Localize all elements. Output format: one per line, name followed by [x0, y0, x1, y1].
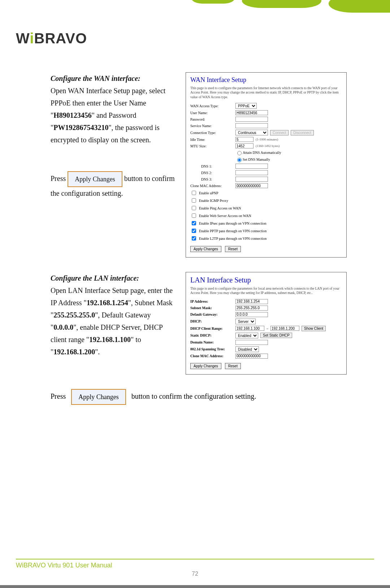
- lan-reset-button[interactable]: Reset: [225, 363, 241, 369]
- label: Password:: [190, 117, 235, 121]
- text: ".: [95, 348, 100, 356]
- label: Service Name:: [190, 124, 235, 128]
- lan-domain-input[interactable]: [235, 340, 268, 345]
- lan-span-select[interactable]: Disabled: [235, 346, 259, 352]
- lan-instruction-text: Configure the LAN interface: Open LAN In…: [51, 272, 177, 375]
- label: IP Address:: [190, 299, 235, 303]
- label: Connection Type:: [190, 131, 235, 135]
- wan-check-label: Enable Ping Access on WAN: [199, 206, 241, 210]
- label: Set DNS Manually: [243, 157, 270, 161]
- footer-text: WiBRAVO Virtu 901 User Manual: [16, 562, 374, 569]
- label: DNS 3:: [201, 177, 235, 181]
- label: 802.1d Spanning Tree:: [190, 347, 235, 351]
- wan-reset-button[interactable]: Reset: [225, 246, 241, 252]
- lan-range-end-input[interactable]: [270, 326, 299, 331]
- lan-mask-input[interactable]: [235, 306, 268, 311]
- heading-wan: Configure the WAN interface:: [51, 72, 177, 85]
- label: DNS 1:: [201, 164, 235, 168]
- wan-ss-desc: This page is used to configure the param…: [190, 86, 342, 99]
- dns1-input[interactable]: [235, 164, 268, 169]
- wan-conn-type-select[interactable]: Continuous: [235, 130, 268, 135]
- header-banner: [0, 0, 390, 11]
- wan-password-input[interactable]: [235, 117, 268, 122]
- label: Domain Name:: [190, 340, 235, 344]
- label: WAN Access Type:: [190, 104, 235, 108]
- bottom-bar: [0, 585, 390, 588]
- range-start: 192.168.1.100: [89, 336, 131, 343]
- wan-check-6[interactable]: [192, 236, 196, 241]
- dns-manual-radio[interactable]: [237, 158, 242, 162]
- wan-idle-input[interactable]: [235, 137, 254, 142]
- logo-part: i: [30, 30, 34, 46]
- range-separator: –: [264, 327, 270, 330]
- wan-mtu-input[interactable]: [235, 143, 254, 148]
- label: Clone MAC Address:: [190, 184, 235, 188]
- dns3-input[interactable]: [235, 177, 268, 182]
- logo-part: BRAVO: [34, 30, 87, 46]
- label: MTU Size:: [190, 144, 235, 148]
- show-client-button[interactable]: Show Client: [302, 326, 326, 331]
- page-footer: WiBRAVO Virtu 901 User Manual 72: [16, 559, 374, 577]
- password-value: PW192867543210: [53, 124, 108, 131]
- brand-logo: WiBRAVO: [16, 30, 87, 47]
- text: Press: [51, 174, 66, 182]
- wan-check-label: Enable L2TP pass through on VPN connecti…: [199, 237, 266, 241]
- wan-screenshot: WAN Interface Setup This page is used to…: [186, 72, 347, 258]
- lan-ss-desc: This page is used to configure the param…: [190, 286, 342, 295]
- text: button to confirm the configuration sett…: [131, 392, 256, 400]
- wan-check-1[interactable]: [192, 198, 196, 203]
- wan-service-input[interactable]: [235, 123, 268, 128]
- label: DHCP:: [190, 319, 235, 323]
- wan-apply-button[interactable]: Apply Changes: [190, 246, 221, 252]
- hint: (1-1000 minutes): [256, 138, 278, 141]
- lan-mac-input[interactable]: [235, 354, 268, 359]
- wan-check-label: Enable IPsec pass through on VPN connect…: [199, 221, 266, 225]
- wan-username-input[interactable]: [235, 110, 268, 115]
- range-end: 192.168.1.200: [53, 348, 95, 356]
- wan-check-row: Enable IPsec pass through on VPN connect…: [190, 220, 342, 226]
- heading-lan: Configure the LAN interface:: [51, 272, 177, 284]
- label: User Name:: [190, 111, 235, 115]
- lan-ss-title: LAN Interface Setup: [190, 276, 342, 284]
- lan-gw-input[interactable]: [235, 312, 268, 317]
- apply-changes-button-image: Apply Changes: [71, 389, 126, 405]
- lan-dhcp-select[interactable]: Server: [235, 319, 256, 324]
- wan-check-row: Enable L2TP pass through on VPN connecti…: [190, 235, 342, 242]
- wan-check-4[interactable]: [192, 221, 196, 225]
- wan-check-2[interactable]: [192, 206, 196, 210]
- dns2-input[interactable]: [235, 170, 268, 175]
- wan-check-label: Enable IGMP Proxy: [199, 199, 228, 203]
- wan-check-3[interactable]: [192, 213, 196, 218]
- wan-check-row: Enable Ping Access on WAN: [190, 205, 342, 211]
- label: Default Gateway:: [190, 312, 235, 316]
- section-lan: Configure the LAN interface: Open LAN In…: [51, 272, 347, 375]
- footer-divider: [16, 559, 374, 559]
- lan-apply-button[interactable]: Apply Changes: [190, 363, 221, 369]
- wan-check-row: Enable Web Server Access on WAN: [190, 212, 342, 219]
- wan-check-label: Enable uPNP: [199, 191, 218, 195]
- apply-changes-button-image: Apply Changes: [68, 171, 122, 187]
- connect-button[interactable]: Connect: [270, 130, 289, 135]
- lan-screenshot: LAN Interface Setup This page is used to…: [186, 272, 347, 375]
- label: Static DHCP:: [190, 333, 235, 337]
- wan-instruction-text: Configure the WAN interface: Open WAN In…: [51, 72, 177, 258]
- page-number: 72: [16, 571, 374, 577]
- logo-part: W: [16, 30, 30, 46]
- dns-auto-radio[interactable]: [237, 151, 242, 155]
- label: Clone MAC Address:: [190, 354, 235, 358]
- wan-check-5[interactable]: [192, 229, 196, 233]
- label: Subnet Mask:: [190, 306, 235, 310]
- label: Attain DNS Automatically: [243, 151, 281, 155]
- section-wan: Configure the WAN interface: Open WAN In…: [51, 72, 347, 258]
- label: DHCP Client Range:: [190, 327, 235, 330]
- wan-ss-title: WAN Interface Setup: [190, 76, 342, 84]
- wan-check-0[interactable]: [192, 191, 196, 195]
- lan-range-start-input[interactable]: [235, 326, 264, 331]
- lan-static-select[interactable]: Enabled: [235, 333, 258, 338]
- disconnect-button[interactable]: Disconnect: [291, 130, 313, 135]
- lan-ip-input[interactable]: [235, 299, 268, 304]
- wan-access-type-select[interactable]: PPPoE: [235, 103, 257, 109]
- label: DNS 2:: [201, 171, 235, 175]
- wan-mac-input[interactable]: [235, 183, 268, 188]
- set-static-dhcp-button[interactable]: Set Static DHCP: [260, 333, 292, 338]
